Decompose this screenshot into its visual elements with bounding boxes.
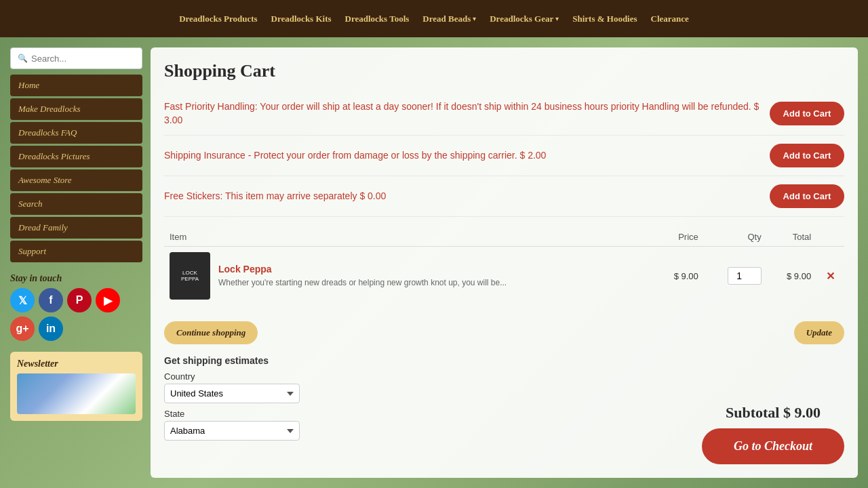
youtube-icon[interactable]: ▶ xyxy=(96,288,120,312)
table-row: LOCKPEPPA Lock Peppa Whether you're star… xyxy=(164,247,844,306)
upsell-item-stickers: Free Stickers: This item may arrive sepa… xyxy=(164,176,844,217)
nav-dreadlocks-tools[interactable]: Dreadlocks Tools xyxy=(345,14,410,24)
subtotal-line: Subtotal $ 9.00 xyxy=(702,404,844,422)
sidebar-item-dread-family[interactable]: Dread Family xyxy=(10,217,142,239)
country-group: Country United States Canada United King… xyxy=(164,371,844,403)
nav-dread-beads-label: Dread Beads xyxy=(422,14,471,24)
sidebar-item-pictures[interactable]: Dreadlocks Pictures xyxy=(10,146,142,167)
nav-dreadlocks-gear-label: Dreadlocks Gear xyxy=(490,14,553,24)
update-cart-button[interactable]: Update xyxy=(794,321,844,344)
continue-shopping-button[interactable]: Continue shopping xyxy=(164,321,258,344)
google-icon[interactable]: g+ xyxy=(10,317,35,341)
sidebar-item-search[interactable]: Search xyxy=(10,193,142,215)
search-box[interactable]: 🔍 xyxy=(10,47,142,69)
social-section: Stay in touch 𝕏 f P ▶ g+ in xyxy=(10,273,142,341)
col-price: Price xyxy=(654,228,703,247)
sidebar-item-home[interactable]: Home xyxy=(10,75,142,96)
sidebar-item-support[interactable]: Support xyxy=(10,241,142,262)
checkout-section: Subtotal $ 9.00 Go to Checkout xyxy=(702,404,844,464)
add-priority-button[interactable]: Add to Cart xyxy=(770,102,844,125)
product-cell: LOCKPEPPA Lock Peppa Whether you're star… xyxy=(170,252,648,300)
pinterest-icon[interactable]: P xyxy=(67,288,92,312)
product-image: LOCKPEPPA xyxy=(170,252,210,300)
nav-dread-beads[interactable]: Dread Beads ▾ xyxy=(422,14,476,24)
sidebar-menu: Home Make Dreadlocks Dreadlocks FAQ Drea… xyxy=(10,75,142,262)
social-title: Stay in touch xyxy=(10,273,142,284)
newsletter-title: Newsletter xyxy=(17,359,136,369)
upsell-item-insurance: Shipping Insurance - Protect your order … xyxy=(164,136,844,176)
top-navigation: Dreadlocks Products Dreadlocks Kits Drea… xyxy=(0,0,868,37)
nav-dreadlocks-gear[interactable]: Dreadlocks Gear ▾ xyxy=(490,14,559,24)
upsell-priority-text: Fast Priority Handling: Your order will … xyxy=(164,100,770,127)
sidebar-item-make-dreadlocks[interactable]: Make Dreadlocks xyxy=(10,98,142,120)
cart-actions: Continue shopping Update xyxy=(164,316,844,344)
product-description: Whether you're starting new dreads or he… xyxy=(218,277,507,289)
sidebar: 🔍 Home Make Dreadlocks Dreadlocks FAQ Dr… xyxy=(10,47,142,478)
nav-dreadlocks-products[interactable]: Dreadlocks Products xyxy=(179,14,257,24)
dreadlocks-gear-dropdown-icon: ▾ xyxy=(555,15,559,22)
add-insurance-button[interactable]: Add to Cart xyxy=(770,144,844,167)
country-label: Country xyxy=(164,371,844,382)
product-total: $ 9.00 xyxy=(767,247,816,306)
subtotal-label: Subtotal xyxy=(726,404,779,421)
col-item: Item xyxy=(164,228,654,247)
shipping-title: Get shipping estimates xyxy=(164,355,844,366)
search-input[interactable] xyxy=(31,54,135,64)
nav-clearance[interactable]: Clearance xyxy=(651,14,689,24)
linkedin-icon[interactable]: in xyxy=(39,317,63,341)
subtotal-value: $ 9.00 xyxy=(783,404,821,421)
facebook-icon[interactable]: f xyxy=(39,288,63,312)
twitter-icon[interactable]: 𝕏 xyxy=(10,288,35,312)
product-name[interactable]: Lock Peppa xyxy=(218,264,507,274)
nav-dreadlocks-kits[interactable]: Dreadlocks Kits xyxy=(271,14,332,24)
add-stickers-button[interactable]: Add to Cart xyxy=(770,184,844,208)
country-select[interactable]: United States Canada United Kingdom xyxy=(164,384,300,403)
upsell-item-priority: Fast Priority Handling: Your order will … xyxy=(164,92,844,136)
cart-table: Item Price Qty Total LOCKPEPPA xyxy=(164,228,844,305)
quantity-input[interactable] xyxy=(728,267,762,285)
sidebar-item-faq[interactable]: Dreadlocks FAQ xyxy=(10,122,142,144)
col-total: Total xyxy=(767,228,816,247)
main-layout: 🔍 Home Make Dreadlocks Dreadlocks FAQ Dr… xyxy=(0,37,868,488)
newsletter-section: Newsletter xyxy=(10,352,142,421)
product-price: $ 9.00 xyxy=(654,247,703,306)
remove-item-button[interactable]: ✕ xyxy=(826,270,835,283)
upsell-insurance-text: Shipping Insurance - Protect your order … xyxy=(164,149,770,163)
upsell-stickers-text: Free Stickers: This item may arrive sepa… xyxy=(164,190,770,203)
nav-shirts-hoodies[interactable]: Shirts & Hoodies xyxy=(572,14,637,24)
main-content: Shopping Cart Fast Priority Handling: Yo… xyxy=(151,47,858,478)
social-icons: 𝕏 f P ▶ g+ in xyxy=(10,288,142,341)
sidebar-item-store[interactable]: Awesome Store xyxy=(10,169,142,191)
state-select[interactable]: Alabama Alaska Arizona California xyxy=(164,421,300,441)
col-qty: Qty xyxy=(704,228,767,247)
checkout-button[interactable]: Go to Checkout xyxy=(702,428,844,464)
dread-beads-dropdown-icon: ▾ xyxy=(473,15,476,22)
page-title: Shopping Cart xyxy=(164,61,844,81)
search-icon: 🔍 xyxy=(18,54,28,63)
newsletter-image xyxy=(17,373,136,414)
